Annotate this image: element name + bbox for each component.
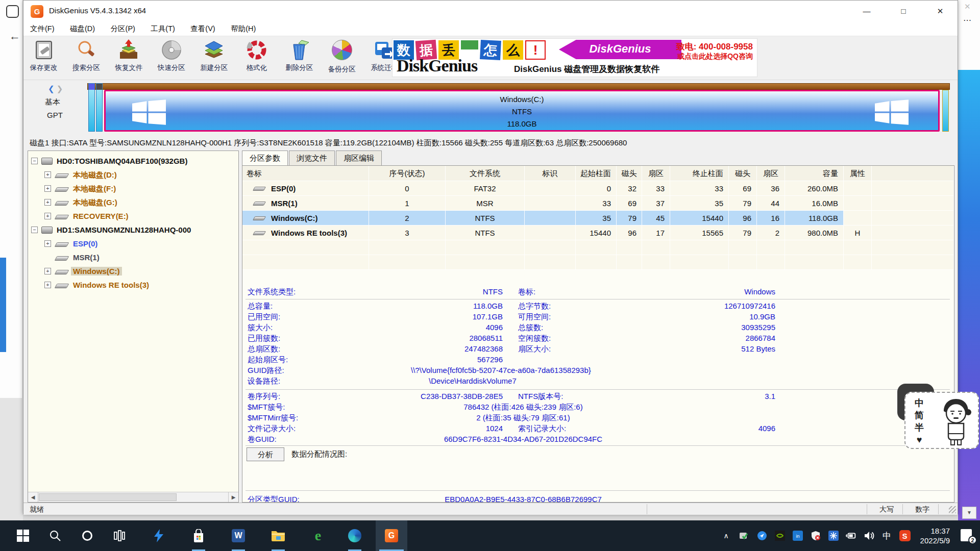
- table-row-msr[interactable]: MSR(1) 1 MSR 33 69 37 35 79 44 16.0MB: [242, 196, 954, 211]
- taskbar-search-button[interactable]: [39, 520, 71, 551]
- notification-center-button[interactable]: 2: [960, 528, 975, 543]
- expand-icon[interactable]: +: [44, 268, 51, 274]
- tray-power-icon[interactable]: [846, 530, 857, 541]
- recover-files-button[interactable]: 恢复文件: [109, 36, 149, 78]
- expand-icon[interactable]: +: [44, 185, 51, 192]
- flash-app-button[interactable]: [143, 520, 175, 551]
- maximize-button[interactable]: □: [887, 1, 920, 22]
- recovery-partition-sliver[interactable]: [942, 90, 949, 132]
- tray-chevron-icon[interactable]: ∧: [721, 530, 732, 541]
- tray-snowflake-icon[interactable]: [828, 530, 839, 541]
- tree-item-msr[interactable]: MSR(1): [28, 251, 238, 264]
- partition-icon: [253, 231, 266, 235]
- analyze-button[interactable]: 分析: [247, 447, 284, 461]
- scroll-left-icon[interactable]: ◀: [28, 492, 38, 502]
- resize-grip[interactable]: [949, 506, 956, 513]
- tab-browse-files[interactable]: 浏览文件: [289, 151, 335, 165]
- tray-messenger-icon[interactable]: [756, 530, 768, 541]
- scroll-right-icon[interactable]: ▶: [228, 492, 238, 502]
- next-disk-icon[interactable]: ❯: [57, 84, 63, 93]
- background-window-footer: [0, 398, 23, 520]
- ime-widget-card[interactable]: 中 简 半 ♥: [904, 392, 979, 449]
- cortana-button[interactable]: [71, 520, 103, 551]
- tray-nvidia-icon[interactable]: [774, 530, 786, 541]
- backup-partition-button[interactable]: 备份分区: [322, 36, 362, 78]
- tray-sogou-icon[interactable]: S: [899, 530, 911, 541]
- word-button[interactable]: W: [223, 520, 254, 551]
- windows-c-partition-bar[interactable]: Windows(C:) NTFS 118.0GB: [104, 90, 940, 132]
- status-numlock: 数字: [904, 505, 940, 514]
- quick-partition-button[interactable]: 快速分区: [151, 36, 191, 78]
- prev-disk-icon[interactable]: ❮: [48, 84, 55, 93]
- save-changes-button[interactable]: 保存更改: [23, 36, 64, 78]
- tree-item-windows-re[interactable]: + Windows RE tools(3): [28, 278, 238, 292]
- disk-icon: [41, 227, 53, 234]
- table-row-windows-c[interactable]: Windows(C:) 2 NTFS 35 79 45 15440 96 16 …: [242, 211, 954, 226]
- expand-icon[interactable]: +: [44, 199, 51, 206]
- table-row-esp[interactable]: ESP(0) 0 FAT32 0 32 33 33 69 36 260.0MB: [242, 181, 954, 196]
- ad-qq-link[interactable]: 或点击此处选择QQ咨询: [677, 52, 753, 61]
- task-view-button[interactable]: [104, 520, 135, 551]
- menu-file[interactable]: 文件(F): [23, 22, 61, 36]
- scrollbar-thumb[interactable]: [39, 493, 177, 501]
- expand-icon[interactable]: +: [44, 240, 51, 247]
- detail-line-guid-path: GUID路径:\\?\Volume{fcf0fc5b-5207-47ce-a60…: [242, 366, 954, 377]
- close-button[interactable]: ✕: [924, 1, 957, 22]
- collapse-icon[interactable]: −: [31, 158, 38, 164]
- msr-partition-sliver[interactable]: [96, 83, 103, 132]
- tab-partition-params[interactable]: 分区参数: [242, 151, 288, 165]
- green-browser-button[interactable]: e: [302, 520, 334, 551]
- tree-item-local-d[interactable]: + 本地磁盘(D:): [28, 168, 238, 182]
- tree-item-hd0[interactable]: − HD0:TOSHIBAMQ04ABF100(932GB): [28, 154, 238, 168]
- tray-ime-indicator[interactable]: 中: [881, 530, 893, 541]
- tree-item-esp[interactable]: + ESP(0): [28, 237, 238, 251]
- tree-item-hd1[interactable]: − HD1:SAMSUNGMZNLN128HAHQ-000: [28, 223, 238, 237]
- menu-partition[interactable]: 分区(P): [104, 22, 142, 36]
- delete-partition-icon: [287, 38, 311, 62]
- expand-icon[interactable]: +: [44, 171, 51, 178]
- esp-partition-sliver[interactable]: [88, 83, 95, 132]
- edge-button[interactable]: [339, 520, 371, 551]
- tree-item-windows-c[interactable]: + Windows(C:): [28, 264, 238, 278]
- table-row-windows-re[interactable]: Windows RE tools(3) 3 NTFS 15440 96 17 1…: [242, 226, 954, 240]
- file-explorer-button[interactable]: [262, 520, 294, 551]
- menu-view[interactable]: 查看(V): [184, 22, 222, 36]
- ad-banner[interactable]: 数 据 丢 怎 么 ! DiskGenius DiskGenius 致电: 40…: [392, 38, 757, 77]
- tray-volume-icon[interactable]: [864, 530, 875, 541]
- tray-defender-icon[interactable]: [810, 530, 821, 541]
- partition-tree: − HD0:TOSHIBAMQ04ABF100(932GB) + 本地磁盘(D:…: [28, 151, 239, 503]
- format-button[interactable]: 格式化: [236, 36, 277, 78]
- expand-icon[interactable]: +: [44, 282, 51, 288]
- tray-intel-icon[interactable]: in: [792, 530, 803, 541]
- taskbar-clock[interactable]: 18:37 2022/5/9: [917, 526, 953, 545]
- tree-item-local-f[interactable]: + 本地磁盘(F:): [28, 182, 238, 195]
- tab-sector-edit[interactable]: 扇区编辑: [336, 151, 382, 165]
- tree-item-local-g[interactable]: + 本地磁盘(G:): [28, 195, 238, 209]
- start-button[interactable]: [7, 520, 39, 551]
- collapse-icon[interactable]: −: [31, 227, 38, 233]
- expand-icon[interactable]: +: [44, 213, 51, 219]
- menu-tools[interactable]: 工具(T): [144, 22, 182, 36]
- browser-tab-icon: [6, 5, 19, 18]
- new-partition-button[interactable]: 新建分区: [194, 36, 234, 78]
- desktop-dropdown-icon[interactable]: ▼: [962, 507, 976, 519]
- delete-partition-button[interactable]: 删除分区: [279, 36, 320, 78]
- tree-horizontal-scrollbar[interactable]: ◀ ▶: [28, 492, 238, 502]
- disk-nav-arrows[interactable]: ❮ ❯: [48, 84, 63, 93]
- store-button[interactable]: [183, 520, 214, 551]
- partition-icon: [253, 187, 266, 191]
- tree-item-recovery-e[interactable]: + RECOVERY(E:): [28, 209, 238, 223]
- menu-disk[interactable]: 磁盘(D): [63, 22, 102, 36]
- search-partition-button[interactable]: 搜索分区: [66, 36, 106, 78]
- word-icon: W: [232, 529, 245, 542]
- partition-graphic-panel: ❮ ❯ 基本 GPT Windows(C:) NTFS 118.0GB: [23, 80, 958, 135]
- ime-status-widget[interactable]: 中 简 半 ♥: [904, 392, 979, 450]
- desktop-wallpaper-sliver: [0, 258, 6, 352]
- diskgenius-taskbar-button[interactable]: G: [376, 520, 407, 551]
- minimize-button[interactable]: —: [850, 1, 883, 22]
- menu-help[interactable]: 帮助(H): [224, 22, 262, 36]
- ad-tile: 么: [503, 40, 523, 60]
- tray-sync-icon[interactable]: [739, 530, 750, 541]
- status-bar: 就绪 大写 数字: [23, 503, 958, 515]
- disk-capacity-bar: [87, 83, 950, 90]
